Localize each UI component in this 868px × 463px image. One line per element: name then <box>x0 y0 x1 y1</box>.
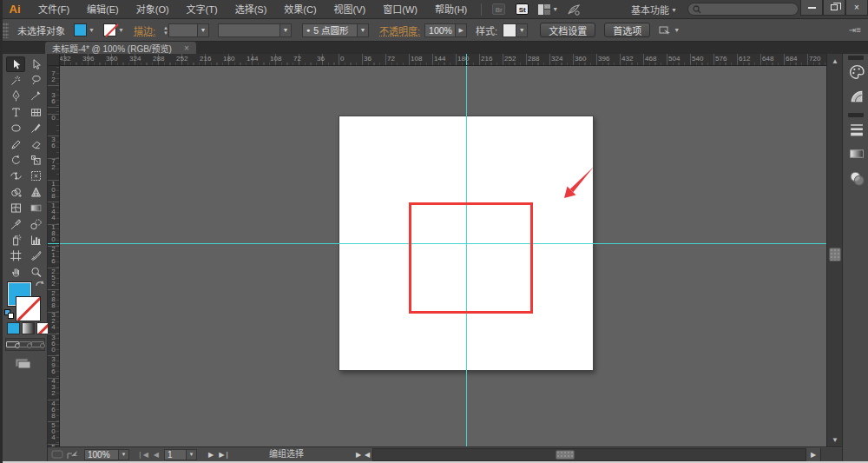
paintbrush-tool[interactable] <box>26 121 45 136</box>
scale-tool[interactable] <box>26 152 45 168</box>
stroke-swatch-control[interactable]: ▼ <box>103 23 126 37</box>
ruler-horizontal[interactable]: 4323963603242882522161801441087236036721… <box>60 54 826 66</box>
default-fill-stroke-icon[interactable] <box>4 309 15 319</box>
gradient-panel-icon[interactable] <box>846 143 865 162</box>
opacity-dropdown[interactable]: ▶ <box>456 23 467 37</box>
magic-wand-tool[interactable] <box>6 72 25 88</box>
bridge-icon[interactable]: Br <box>492 3 505 15</box>
tab-close-icon[interactable]: × <box>184 43 189 53</box>
color-mode-button[interactable] <box>7 322 20 334</box>
share-screen-icon[interactable] <box>67 448 79 460</box>
opacity-link[interactable]: 不透明度: <box>379 23 420 37</box>
hand-tool[interactable] <box>6 264 25 280</box>
stock-icon[interactable]: St <box>516 3 529 15</box>
stroke-link[interactable]: 描边: <box>134 23 155 37</box>
width-profile-dropdown[interactable]: ▼ <box>280 23 292 37</box>
horizontal-scrollbar-thumb[interactable] <box>556 450 575 460</box>
width-profile-field[interactable] <box>218 23 280 37</box>
minimize-button[interactable] <box>800 0 823 16</box>
arrange-documents-icon[interactable]: ▼ <box>538 4 558 15</box>
menu-type[interactable]: 文字(T) <box>178 0 227 19</box>
shape-builder-tool[interactable] <box>6 184 25 200</box>
perspective-grid-tool[interactable] <box>26 184 45 200</box>
symbol-sprayer-tool[interactable] <box>6 232 25 248</box>
fill-swatch[interactable] <box>74 23 87 36</box>
scroll-down-icon[interactable]: ▼ <box>827 433 843 446</box>
red-rectangle-shape[interactable] <box>409 202 533 314</box>
zoom-tool[interactable] <box>26 264 45 280</box>
menu-window[interactable]: 窗口(W) <box>374 0 426 19</box>
document-tab[interactable]: 未标题-4* @ 100% (RGB/预览) × <box>45 42 196 54</box>
mesh-tool[interactable] <box>6 201 25 216</box>
lasso-tool[interactable] <box>26 72 45 88</box>
transparency-panel-icon[interactable] <box>846 168 865 187</box>
style-swatch[interactable] <box>503 23 516 37</box>
color-guide-icon[interactable] <box>846 86 865 105</box>
draw-inside-button[interactable] <box>31 339 44 350</box>
tray-collapse-icon[interactable] <box>51 448 63 460</box>
collapse-panels-icon[interactable]: ⇥≡ <box>849 25 861 35</box>
chevron-down-icon[interactable]: ▼ <box>87 23 96 37</box>
free-transform-tool[interactable] <box>26 169 45 184</box>
first-artboard-icon[interactable]: ❘◀ <box>137 451 148 459</box>
vertical-scrollbar-thumb[interactable] <box>829 248 841 261</box>
screen-mode-icon[interactable] <box>13 356 32 372</box>
stroke-weight-field[interactable] <box>168 23 198 37</box>
vertical-scrollbar[interactable]: ▲ ▼ <box>826 54 842 446</box>
menu-file[interactable]: 文件(F) <box>30 0 78 19</box>
artboard-number-field[interactable]: 1 <box>164 449 187 460</box>
scroll-left-icon[interactable]: ◀ <box>362 448 372 460</box>
preferences-button[interactable]: 首选项 <box>604 23 650 37</box>
pen-tool[interactable] <box>6 89 25 104</box>
document-setup-button[interactable]: 文档设置 <box>540 23 595 37</box>
stroke-panel-icon[interactable] <box>846 119 865 138</box>
menu-help[interactable]: 帮助(H) <box>426 0 476 19</box>
draw-behind-button[interactable] <box>19 339 32 350</box>
gradient-tool[interactable] <box>26 201 45 216</box>
type-tool[interactable] <box>6 104 25 120</box>
zoom-dropdown[interactable]: ▼ <box>119 449 129 460</box>
stroke-swatch-none[interactable] <box>103 23 116 36</box>
brush-dropdown[interactable]: ▼ <box>358 23 369 37</box>
graph-tool[interactable] <box>26 232 45 248</box>
draw-normal-button[interactable] <box>6 339 19 350</box>
fill-swatch-control[interactable]: ▼ <box>74 23 96 37</box>
rect-grid-tool[interactable] <box>26 104 45 120</box>
horizontal-scrollbar[interactable] <box>372 448 806 461</box>
artboard-dropdown[interactable]: ▼ <box>187 449 197 460</box>
scroll-up-icon[interactable]: ▲ <box>827 55 843 67</box>
artboard-tool[interactable] <box>6 248 25 264</box>
select-similar-icon[interactable]: ▼ <box>659 25 680 36</box>
style-dropdown[interactable]: ▼ <box>516 23 528 37</box>
brush-definition-field[interactable]: ● 5 点圆形 <box>302 23 358 37</box>
cs-live-icon[interactable] <box>567 3 581 16</box>
search-box[interactable] <box>687 3 799 16</box>
menu-select[interactable]: 选择(S) <box>227 0 276 19</box>
stroke-color-swatch[interactable] <box>16 296 41 321</box>
panel-group-grip[interactable] <box>848 56 864 60</box>
swap-fill-stroke-icon[interactable] <box>35 279 45 290</box>
selection-tool[interactable] <box>6 56 25 72</box>
direct-selection-tool[interactable] <box>26 56 45 72</box>
menu-view[interactable]: 视图(V) <box>326 0 375 19</box>
search-input[interactable] <box>701 4 793 14</box>
blend-tool[interactable] <box>26 216 45 232</box>
scroll-right-icon[interactable]: ▶ <box>808 448 819 460</box>
ruler-corner[interactable] <box>48 54 60 66</box>
rotate-tool[interactable] <box>6 152 25 168</box>
prev-artboard-icon[interactable]: ◀ <box>154 451 159 459</box>
color-panel-icon[interactable] <box>846 62 865 81</box>
eraser-tool[interactable] <box>26 136 45 152</box>
width-tool[interactable] <box>6 169 25 184</box>
panel-group-grip[interactable] <box>848 113 864 117</box>
gradient-mode-button[interactable] <box>22 322 35 334</box>
menu-effect[interactable]: 效果(C) <box>275 0 325 19</box>
menu-edit[interactable]: 编辑(E) <box>78 0 128 19</box>
close-button[interactable]: × <box>845 0 868 16</box>
ruler-vertical[interactable]: 7236036721081441802162522883243603964324… <box>48 66 60 446</box>
stroke-weight-dropdown[interactable]: ▼ <box>198 23 209 37</box>
opacity-field[interactable]: 100% <box>424 23 456 37</box>
eyedropper-tool[interactable] <box>6 216 25 232</box>
next-artboard-icon[interactable]: ▶ <box>208 451 214 459</box>
restore-button[interactable] <box>823 0 845 16</box>
